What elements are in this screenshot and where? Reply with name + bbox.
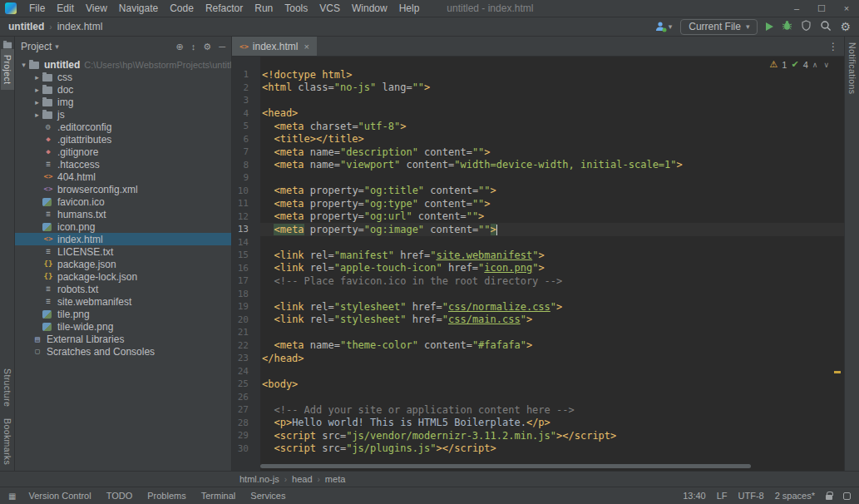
menu-code[interactable]: Code [164, 1, 200, 16]
tab-index-html[interactable]: <> index.html × [232, 37, 317, 56]
tree-item-tile-wide-png[interactable]: tile-wide.png [15, 320, 231, 333]
code-line[interactable]: 29 <script src="js/vendor/modernizr-3.11… [232, 429, 844, 442]
breadcrumb-html-no-js[interactable]: html.no-js [239, 474, 279, 484]
prev-issue-icon[interactable]: ∧ [812, 61, 820, 69]
code-line[interactable]: 30 <script src="js/plugins.js"></script> [232, 442, 844, 456]
tree-item-robots-txt[interactable]: ≡robots.txt [15, 283, 231, 295]
code-line[interactable]: 16 <link rel="apple-touch-icon" href="ic… [232, 262, 844, 275]
code-line[interactable]: 9 [232, 171, 844, 185]
code-line[interactable]: 15 <link rel="manifest" href="site.webma… [232, 249, 844, 262]
code-line[interactable]: 14 [232, 236, 844, 250]
stripe-button-project[interactable]: Project [1, 49, 14, 90]
menu-run[interactable]: Run [249, 1, 279, 16]
code-line[interactable]: 22 <meta name="theme-color" content="#fa… [232, 339, 844, 353]
expand-collapse-icon[interactable]: ↕ [191, 42, 196, 52]
minimize-icon[interactable]: – [784, 0, 809, 17]
error-stripe-mark[interactable] [834, 371, 841, 373]
toolwindow-button-todo[interactable]: TODO [99, 491, 141, 501]
next-issue-icon[interactable]: ∨ [823, 61, 831, 69]
tab-close-icon[interactable]: × [304, 42, 309, 52]
code-line[interactable]: 18 [232, 288, 844, 301]
code-line[interactable]: 8 <meta name="viewport" content="width=d… [232, 159, 844, 172]
tree-expand-arrow-icon[interactable]: ▸ [32, 86, 42, 94]
tree-item-js[interactable]: ▸js [15, 108, 231, 121]
code-line[interactable]: 25<body> [232, 378, 844, 391]
tree-item-humans-txt[interactable]: ≡humans.txt [15, 208, 231, 220]
inspections-widget[interactable]: ⚠ 1 ✔ 4 ∧ ∨ [769, 59, 831, 70]
tree-item-index-html[interactable]: <>index.html [15, 233, 231, 245]
menu-tools[interactable]: Tools [279, 1, 313, 16]
tree-item-favicon-ico[interactable]: favicon.ico [15, 195, 231, 208]
tree-item-browserconfig-xml[interactable]: <>browserconfig.xml [15, 183, 231, 195]
hide-icon[interactable]: ─ [219, 42, 225, 52]
menu-window[interactable]: Window [346, 1, 393, 16]
code-line[interactable]: 1<!doctype html> [232, 68, 844, 82]
code-line[interactable]: 28 <p>Hello world! This is HTML5 Boilerp… [232, 417, 844, 430]
tree-item-package-lock-json[interactable]: {}package-lock.json [15, 270, 231, 283]
breadcrumb-meta[interactable]: meta [325, 474, 345, 484]
tree-expand-arrow-icon[interactable]: ▸ [32, 111, 42, 119]
stripe-button-bookmarks[interactable]: Bookmarks [1, 413, 14, 471]
toolwindow-button-problems[interactable]: Problems [140, 491, 193, 501]
menu-navigate[interactable]: Navigate [113, 1, 164, 16]
stripe-button-structure[interactable]: Structure [1, 363, 14, 413]
tree-item-css[interactable]: ▸css [15, 71, 231, 83]
tree-expand-arrow-icon[interactable]: ▾ [18, 61, 29, 69]
tree-expand-arrow-icon[interactable]: ▸ [32, 98, 42, 106]
status-13-40[interactable]: 13:40 [683, 491, 706, 501]
tree-item-site-webmanifest[interactable]: ≡site.webmanifest [15, 295, 231, 308]
close-icon[interactable]: × [834, 0, 859, 17]
menu-view[interactable]: View [80, 1, 113, 16]
code-editor[interactable]: 1<!doctype html>2<html class="no-js" lan… [232, 57, 844, 471]
search-icon[interactable] [820, 20, 832, 34]
debug-bug-icon[interactable] [782, 20, 792, 33]
code-line[interactable]: 3 [232, 94, 844, 107]
code-line[interactable]: 6 <title></title> [232, 133, 844, 146]
maximize-icon[interactable]: ☐ [809, 0, 834, 17]
tree-item-doc[interactable]: ▸doc [15, 83, 231, 96]
lock-icon[interactable] [826, 495, 832, 500]
locate-icon[interactable]: ⊕ [176, 42, 184, 52]
status-2-spaces[interactable]: 2 spaces* [775, 491, 815, 501]
tab-options-icon[interactable]: ⋮ [822, 41, 844, 52]
code-line[interactable]: 2<html class="no-js" lang=""> [232, 82, 844, 95]
menu-edit[interactable]: Edit [51, 1, 80, 16]
code-line[interactable]: 7 <meta name="description" content=""> [232, 146, 844, 159]
code-line[interactable]: 19 <link rel="stylesheet" href="css/norm… [232, 300, 844, 314]
status-utf-8[interactable]: UTF-8 [738, 491, 764, 501]
code-line[interactable]: 21 [232, 326, 844, 339]
toolwindow-button-version-control[interactable]: Version Control [21, 491, 98, 501]
tree-item-scratches-and-consoles[interactable]: ▢Scratches and Consoles [15, 345, 231, 358]
settings-icon[interactable]: ⚙ [203, 42, 211, 52]
code-line[interactable]: 11 <meta property="og:type" content=""> [232, 197, 844, 210]
code-line[interactable]: 12 <meta property="og:url" content=""> [232, 210, 844, 224]
tree-item-package-json[interactable]: {}package.json [15, 258, 231, 270]
code-line[interactable]: 5 <meta charset="utf-8"> [232, 120, 844, 133]
run-config-dropdown[interactable]: Current File ▾ [680, 19, 758, 35]
toolwindow-button-terminal[interactable]: Terminal [194, 491, 244, 501]
tree-item-img[interactable]: ▸img [15, 96, 231, 108]
code-line[interactable]: 4<head> [232, 107, 844, 121]
settings-gear-icon[interactable]: ⚙ [840, 21, 851, 32]
code-line[interactable]: 13 <meta property="og:image" content=""> [232, 223, 844, 236]
codewithme-user-icon[interactable]: ▾ [654, 21, 673, 32]
code-line[interactable]: 23</head> [232, 352, 844, 365]
tree-item-editorconfig[interactable]: ⚙.editorconfig [15, 121, 231, 133]
code-line[interactable]: 17 <!-- Place favicon.ico in the root di… [232, 274, 844, 288]
tree-item-tile-png[interactable]: tile.png [15, 308, 231, 320]
breadcrumb-head[interactable]: head [292, 474, 312, 484]
coverage-shield-icon[interactable] [801, 20, 812, 33]
status-lf[interactable]: LF [717, 491, 728, 501]
code-line[interactable]: 20 <link rel="stylesheet" href="css/main… [232, 314, 844, 327]
stripe-button-notifications[interactable]: Notifications [846, 37, 859, 100]
project-panel-title[interactable]: Project [21, 41, 52, 52]
tree-item-gitignore[interactable]: ◆.gitignore [15, 146, 231, 158]
menu-help[interactable]: Help [393, 1, 426, 16]
code-line[interactable]: 24 [232, 365, 844, 378]
menu-file[interactable]: File [23, 1, 51, 16]
tree-item-htaccess[interactable]: ≡.htaccess [15, 158, 231, 170]
tree-item-external-libraries[interactable]: ▤External Libraries [15, 333, 231, 345]
nav-breadcrumb-untitled[interactable]: untitled [8, 21, 44, 32]
notifications-icon[interactable] [843, 492, 851, 500]
tree-item-license-txt[interactable]: ≡LICENSE.txt [15, 245, 231, 258]
